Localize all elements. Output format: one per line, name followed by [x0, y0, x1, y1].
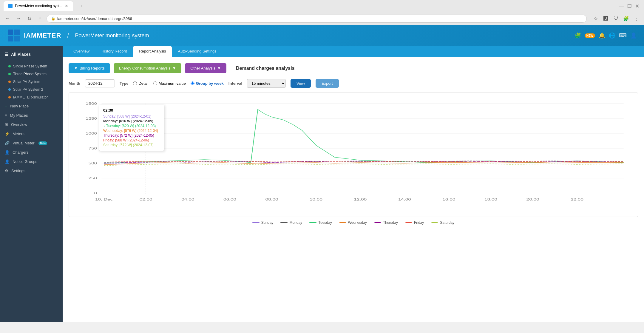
legend-tuesday-label: Tuesday	[318, 221, 332, 225]
sidebar-item-chargers[interactable]: 👤 Chargers	[0, 148, 63, 157]
sidebar-item-solar-pv[interactable]: Solar PV System	[0, 78, 63, 86]
user-btn[interactable]: 👤	[630, 32, 637, 39]
export-btn[interactable]: Export	[316, 79, 339, 88]
back-btn[interactable]: ←	[4, 14, 12, 23]
radio-week[interactable]: Group by week	[191, 81, 224, 86]
notice-groups-label: Notice Groups	[13, 159, 37, 164]
svg-text:0: 0	[94, 191, 97, 195]
hamburger-icon: ☰	[5, 52, 9, 57]
sidebar-item-notice-groups[interactable]: 👤 Notice Groups	[0, 157, 63, 166]
tab-bar: Overview History Record Report Analysis …	[63, 46, 644, 57]
tab-overview[interactable]: Overview	[67, 46, 95, 57]
svg-text:02:00: 02:00	[140, 198, 152, 201]
type-label: Type	[120, 81, 128, 86]
extension-btn[interactable]: 🧩	[622, 14, 630, 23]
legend-thursday: Thursday	[374, 221, 398, 225]
tab-close-btn[interactable]: ✕	[65, 4, 68, 8]
sidebar-item-single-phase[interactable]: Single Phase System	[0, 62, 63, 70]
other-analysis-btn[interactable]: Other Analysis ▼	[185, 63, 226, 73]
sidebar-item-iammeter-simulator[interactable]: IAMMETER-simulator	[0, 93, 63, 101]
virtual-meter-label: Virtual Meter	[13, 141, 34, 145]
radio-maximum-label: Maximum value	[159, 81, 186, 86]
new-tab-btn[interactable]: +	[75, 1, 87, 10]
maximize-btn[interactable]: ❐	[626, 3, 633, 9]
bookmark-btn[interactable]: ☆	[592, 14, 600, 23]
reload-btn[interactable]: ↻	[25, 14, 33, 23]
chargers-icon: 👤	[5, 150, 10, 155]
url-bar[interactable]: 🔒 iammeter.com/dz/user/demandcharge/8986	[47, 15, 587, 23]
radio-week-input[interactable]	[191, 81, 194, 85]
plugin-btn[interactable]: 🧩	[574, 32, 581, 39]
sidebar-item-overview[interactable]: ⊞ Overview	[0, 120, 63, 129]
notification-btn[interactable]: 🔔	[599, 32, 605, 39]
svg-rect-2	[8, 36, 13, 41]
browser-chrome: PowerMeter monitoring syst... ✕ + — ❐ ✕ …	[0, 0, 644, 25]
svg-text:250: 250	[88, 176, 97, 180]
month-input[interactable]	[85, 79, 115, 87]
sidebar-item-new-place[interactable]: + New Place	[0, 101, 63, 111]
translate-btn[interactable]: 🅱	[602, 14, 610, 23]
solar-pv-dot	[8, 81, 11, 83]
content-area: Overview History Record Report Analysis …	[63, 46, 644, 322]
tooltip-time: 02:30	[103, 108, 160, 112]
svg-text:14:00: 14:00	[398, 198, 411, 201]
report-title: Demand charges analysis	[236, 66, 295, 71]
radio-detail-input[interactable]	[133, 81, 137, 85]
energy-analysis-btn[interactable]: Energy Consumption Analysis ▼	[114, 63, 182, 73]
month-label: Month	[69, 81, 80, 86]
home-btn[interactable]: ⌂	[36, 14, 44, 23]
shield-btn[interactable]: 🛡	[612, 14, 620, 23]
legend-thursday-label: Thursday	[383, 221, 398, 225]
sidebar-item-my-places[interactable]: ≡ My Places	[0, 111, 63, 120]
tab-auto-sending[interactable]: Auto-Sending Settings	[172, 46, 222, 57]
tab-report-analysis[interactable]: Report Analysis	[133, 46, 172, 57]
legend-friday-line	[405, 222, 412, 223]
minimize-btn[interactable]: —	[618, 3, 625, 9]
new-badge: NEW	[585, 33, 595, 38]
svg-text:1000: 1000	[86, 132, 97, 135]
solar-pv-label: Solar PV System	[13, 80, 40, 84]
sidebar-item-virtual-meter[interactable]: 🔗 Virtual Meter Beta	[0, 138, 63, 148]
beta-badge: Beta	[38, 141, 47, 145]
tooltip-thursday: Thursday: [572 W] (2024-12-05)	[103, 133, 160, 138]
logo-text: IAMMETER	[24, 32, 61, 39]
radio-detail-label: Detail	[138, 81, 148, 86]
svg-text:06:00: 06:00	[223, 198, 236, 201]
sidebar-submenu: Single Phase System Three Phase System S…	[0, 62, 63, 101]
sidebar-item-three-phase[interactable]: Three Phase System	[0, 70, 63, 78]
view-btn[interactable]: View	[291, 79, 311, 88]
sidebar-item-solar-pv2[interactable]: Solar PV System 2	[0, 86, 63, 93]
tooltip-saturday: Saturday: [572 W] (2024-12-07)	[103, 143, 160, 147]
radio-detail[interactable]: Detail	[133, 81, 148, 86]
address-bar: ← → ↻ ⌂ 🔒 iammeter.com/dz/user/demandcha…	[0, 12, 644, 25]
menu-btn[interactable]: ⋮	[632, 14, 640, 23]
sidebar-item-settings[interactable]: ⚙ Settings	[0, 166, 63, 175]
svg-text:18:00: 18:00	[484, 198, 497, 201]
interval-select[interactable]: 5 minutes 15 minutes 30 minutes 1 hour	[247, 79, 286, 88]
radio-maximum-input[interactable]	[153, 81, 157, 85]
overview-icon: ⊞	[5, 122, 8, 127]
report-content: ▼ Billing Reports Energy Consumption Ana…	[63, 57, 644, 322]
virtual-meter-icon: 🔗	[5, 141, 10, 145]
all-places-label: All Places	[11, 52, 31, 57]
active-tab[interactable]: PowerMeter monitoring syst... ✕	[4, 1, 73, 11]
tab-favicon	[8, 4, 13, 8]
svg-rect-1	[14, 30, 20, 35]
legend-wednesday: Wednesday	[339, 221, 367, 225]
forward-btn[interactable]: →	[14, 14, 23, 23]
radio-maximum[interactable]: Maximum value	[153, 81, 186, 86]
svg-text:12:00: 12:00	[354, 198, 367, 201]
legend-sunday: Sunday	[252, 221, 274, 225]
billing-reports-btn[interactable]: ▼ Billing Reports	[69, 63, 110, 73]
simulator-dot	[8, 96, 11, 98]
close-btn[interactable]: ✕	[634, 3, 640, 9]
language-btn[interactable]: 🌐	[609, 32, 615, 39]
simulator-label: IAMMETER-simulator	[13, 95, 48, 99]
keyboard-btn[interactable]: ⌨	[619, 32, 627, 39]
svg-text:500: 500	[88, 161, 97, 165]
sidebar-item-meters[interactable]: ⚡ Meters	[0, 129, 63, 138]
svg-rect-0	[8, 30, 13, 35]
logo-divider: /	[67, 32, 69, 39]
radio-group: Detail Maximum value Group by week	[133, 81, 223, 86]
tab-history-record[interactable]: History Record	[95, 46, 133, 57]
